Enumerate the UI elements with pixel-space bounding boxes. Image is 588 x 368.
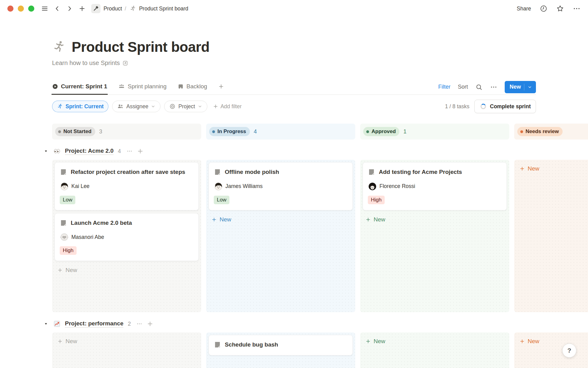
plus-icon[interactable]: [137, 148, 144, 155]
ellipsis-icon[interactable]: [136, 321, 142, 327]
breadcrumb-space[interactable]: Product: [104, 6, 122, 12]
sort-button[interactable]: Sort: [458, 84, 468, 90]
breadcrumb-page[interactable]: Product Sprint board: [139, 6, 188, 12]
plus-icon[interactable]: [147, 320, 153, 327]
status-pill-in-progress[interactable]: In Progress: [209, 127, 250, 136]
group-title[interactable]: Project: performance: [65, 320, 123, 328]
board-cell-needs-review: New: [514, 332, 588, 368]
status-pill-needs-review[interactable]: Needs review: [517, 127, 563, 136]
complete-sprint-button[interactable]: Complete sprint: [474, 100, 536, 113]
status-label: In Progress: [217, 128, 246, 135]
assignee-filter-pill[interactable]: Assignee: [112, 101, 160, 112]
status-dot: [520, 130, 523, 133]
new-card-button[interactable]: New: [517, 335, 588, 348]
help-button[interactable]: ?: [562, 343, 576, 358]
status-label: Not Started: [63, 128, 92, 135]
search-icon[interactable]: [475, 83, 483, 91]
learn-sprints-link[interactable]: Learn how to use Sprints: [52, 59, 536, 67]
new-card-button[interactable]: New: [209, 213, 353, 226]
assignee-name: Masanori Abe: [71, 234, 104, 240]
teamspace-icon[interactable]: [91, 4, 100, 13]
column-count: 1: [403, 128, 406, 135]
new-card-button[interactable]: New: [363, 335, 507, 348]
group-header: Project: performance2: [44, 320, 588, 328]
new-button[interactable]: New: [505, 81, 536, 93]
status-dot: [366, 130, 369, 133]
card-assignee: James Williams: [214, 182, 348, 190]
card[interactable]: Refactor project creation after save ste…: [55, 162, 199, 210]
status-pill-not-started[interactable]: Not Started: [55, 127, 95, 136]
group-body: NewSchedule bug bashNewNew: [52, 332, 588, 368]
window-zoom-button[interactable]: [28, 6, 34, 12]
nav-forward-icon[interactable]: [66, 5, 73, 12]
window-close-button[interactable]: [7, 6, 13, 12]
card[interactable]: Launch Acme 2.0 betaMasanori AbeHigh: [55, 213, 199, 261]
people-icon: [118, 83, 125, 90]
board-cell-approved: Add testing for Acme ProjectsFlorence Ro…: [360, 160, 509, 312]
ellipsis-icon[interactable]: [126, 148, 133, 154]
card-assignee: Masanori Abe: [60, 233, 194, 241]
complete-sprint-label: Complete sprint: [490, 103, 531, 110]
status-dot: [58, 130, 61, 133]
priority-badge: Low: [60, 196, 75, 204]
card[interactable]: Offline mode polishJames WilliamsLow: [209, 162, 353, 210]
more-options-icon[interactable]: [573, 5, 581, 13]
add-view-button[interactable]: [218, 79, 224, 94]
card[interactable]: Add testing for Acme ProjectsFlorence Ro…: [363, 162, 507, 210]
sprint-filter-pill[interactable]: Sprint: Current: [52, 101, 108, 112]
window-minimize-button[interactable]: [18, 6, 24, 12]
card-top: Schedule bug bash: [214, 340, 348, 349]
new-card-button[interactable]: New: [363, 213, 507, 226]
assignee-filter-label: Assignee: [126, 103, 148, 110]
new-page-icon[interactable]: [78, 5, 86, 12]
view-options-icon[interactable]: [490, 83, 497, 91]
page-icon: [60, 168, 67, 176]
board-cell-needs-review: New: [514, 160, 588, 312]
board-cell-in-progress: Schedule bug bash: [206, 332, 355, 368]
status-pill-approved[interactable]: Approved: [363, 127, 399, 136]
new-card-label: New: [220, 216, 231, 223]
new-card-label: New: [66, 338, 77, 345]
two-person-icon: [117, 103, 124, 110]
updates-clock-icon[interactable]: [540, 5, 548, 13]
nav-back-icon[interactable]: [54, 5, 61, 12]
progress-ring-icon: [480, 103, 487, 110]
triangle-down-icon[interactable]: [44, 149, 48, 153]
chevron-down-icon[interactable]: [527, 85, 532, 90]
status-label: Approved: [371, 128, 396, 135]
new-card-button[interactable]: New: [55, 264, 199, 277]
plus-icon: [365, 339, 371, 344]
board-cell-approved: New: [360, 332, 509, 368]
page-icon: [60, 219, 67, 227]
filter-button[interactable]: Filter: [438, 84, 450, 90]
priority-badge: High: [368, 196, 385, 204]
breadcrumb-separator: /: [125, 6, 126, 12]
tab-sprint-planning[interactable]: Sprint planning: [118, 79, 167, 94]
plus-icon: [519, 166, 525, 171]
assignee-name: Florence Rossi: [379, 183, 415, 190]
project-filter-pill[interactable]: Project: [164, 101, 207, 112]
tab-backlog[interactable]: Backlog: [178, 79, 207, 94]
avatar-curly-dark: [214, 182, 222, 190]
divider: [524, 84, 524, 90]
tab-current-sprint[interactable]: Current: Sprint 1: [52, 79, 107, 94]
group-count: 4: [118, 148, 121, 155]
group-title[interactable]: Project: Acme 2.0: [65, 148, 114, 155]
card-top: Launch Acme 2.0 beta: [60, 219, 194, 228]
share-button[interactable]: Share: [517, 6, 531, 12]
new-card-label: New: [374, 338, 385, 345]
triangle-down-icon[interactable]: [44, 322, 48, 326]
page-icon: [368, 168, 375, 176]
priority-badge: High: [60, 246, 77, 255]
card[interactable]: Schedule bug bash: [209, 335, 353, 355]
page-header: Product Sprint board Learn how to use Sp…: [52, 39, 536, 67]
sprint-filter-label: Sprint: Current: [66, 103, 104, 110]
column-count: 3: [99, 128, 102, 135]
sidebar-menu-icon[interactable]: [41, 5, 48, 12]
favorite-star-icon[interactable]: [556, 5, 564, 13]
plus-icon: [519, 339, 525, 344]
page-icon-runner: [52, 40, 66, 54]
add-filter-button[interactable]: Add filter: [213, 103, 242, 110]
new-card-button[interactable]: New: [55, 335, 199, 348]
new-card-button[interactable]: New: [517, 162, 588, 175]
